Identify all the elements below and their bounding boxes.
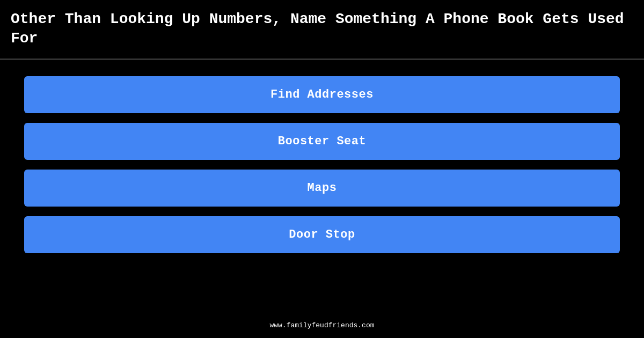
answer-button-1[interactable]: Find Addresses xyxy=(24,76,620,113)
answer-button-2[interactable]: Booster Seat xyxy=(24,123,620,160)
footer: www.familyfeudfriends.com xyxy=(0,315,644,338)
question-header: Other Than Looking Up Numbers, Name Some… xyxy=(0,0,644,60)
answer-button-3[interactable]: Maps xyxy=(24,170,620,207)
footer-url: www.familyfeudfriends.com xyxy=(269,321,374,329)
answer-button-4[interactable]: Door Stop xyxy=(24,216,620,253)
question-title: Other Than Looking Up Numbers, Name Some… xyxy=(11,10,633,49)
answers-container: Find Addresses Booster Seat Maps Door St… xyxy=(0,60,644,315)
